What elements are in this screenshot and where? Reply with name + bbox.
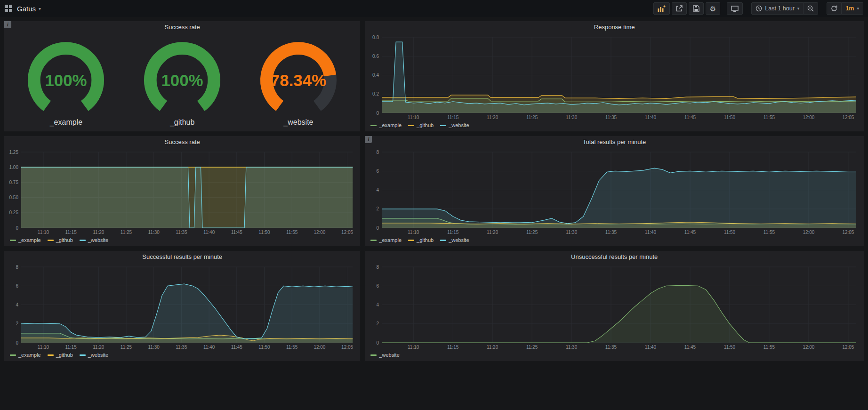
gauge-value: 100% [161,71,203,89]
gauge-label: _github [170,118,195,127]
legend-series-name: _website [379,352,399,358]
refresh-interval-button[interactable]: 1m ▾ [841,2,863,15]
time-range-button[interactable]: Last 1 hour ▾ [751,2,804,15]
svg-text:6: 6 [377,169,379,174]
legend-item-_website[interactable]: _website [440,122,469,128]
legend-color-swatch [10,354,16,356]
svg-text:6: 6 [377,283,379,289]
dashboard-grid-icon[interactable] [5,5,12,12]
add-panel-button[interactable] [653,2,670,15]
chart-area: 0246811:1011:1511:2011:2511:3011:3511:40… [4,263,360,351]
dashboard-settings-button[interactable]: ⚙ [706,2,720,15]
legend-item-_github[interactable]: _github [408,122,434,128]
chart-area: 0246811:1011:1511:2011:2511:3011:3511:40… [365,148,864,236]
chart-area: 00.20.40.60.811:1011:1511:2011:2511:3011… [365,33,864,121]
panel-title[interactable]: Unsuccessful results per minute [365,251,864,263]
navbar-left: Gatus ▾ [5,5,41,13]
legend-series-name: _example [379,122,402,128]
panel-title[interactable]: Success rate [4,21,360,33]
gauge-label: _website [283,118,313,127]
legend-item-_website[interactable]: _website [370,352,399,358]
svg-text:0.8: 0.8 [372,35,379,40]
panel-info-icon[interactable]: i [4,21,11,28]
chart-area: 00.250.500.751.001.2511:1011:1511:2011:2… [4,148,360,236]
svg-text:11:50: 11:50 [258,345,270,350]
time-range-label: Last 1 hour [765,5,795,12]
cycle-view-mode-button[interactable] [727,2,743,15]
svg-text:11:10: 11:10 [38,230,49,235]
unsuccessful-results-chart[interactable]: 0246811:1011:1511:2011:2511:3011:3511:40… [367,263,862,351]
svg-text:11:45: 11:45 [684,230,696,235]
svg-text:11:35: 11:35 [176,230,187,235]
save-dashboard-button[interactable] [689,2,704,15]
panel-info-icon[interactable]: i [365,136,372,143]
legend-item-_example[interactable]: _example [10,352,41,358]
svg-text:11:40: 11:40 [645,230,657,235]
svg-text:12:00: 12:00 [803,345,815,350]
svg-text:11:25: 11:25 [526,115,538,120]
navbar: Gatus ▾ ⚙ [0,0,868,17]
clock-icon [755,5,762,12]
svg-text:11:35: 11:35 [605,230,617,235]
svg-text:11:20: 11:20 [93,230,104,235]
legend-series-name: _github [417,122,434,128]
svg-text:2: 2 [377,206,379,211]
dashboard-grid: i Success rate 100%_example100%_github78… [0,17,868,365]
svg-text:0: 0 [16,340,18,346]
panel-response-time: Response time 00.20.40.60.811:1011:1511:… [364,21,864,132]
success-rate-chart[interactable]: 00.250.500.751.001.2511:1011:1511:2011:2… [6,148,358,236]
legend-series-name: _github [56,352,73,358]
legend-item-_github[interactable]: _github [48,352,73,358]
chart-legend: _website [365,351,864,361]
share-icon [676,5,683,12]
svg-text:12:05: 12:05 [843,230,854,235]
legend-item-_website[interactable]: _website [80,237,108,243]
svg-text:11:40: 11:40 [203,230,215,235]
response-time-chart[interactable]: 00.20.40.60.811:1011:1511:2011:2511:3011… [367,33,862,121]
legend-item-_website[interactable]: _website [80,352,108,358]
svg-text:11:30: 11:30 [566,115,578,120]
panel-total-results: i Total results per minute 0246811:1011:… [364,136,864,247]
share-dashboard-button[interactable] [672,2,687,15]
legend-color-swatch [48,240,54,241]
svg-text:11:25: 11:25 [526,230,538,235]
svg-text:11:20: 11:20 [487,345,498,350]
zoom-out-button[interactable] [803,2,818,15]
svg-text:11:20: 11:20 [487,230,498,235]
successful-results-chart[interactable]: 0246811:1011:1511:2011:2511:3011:3511:40… [6,263,358,351]
svg-text:11:25: 11:25 [121,230,132,235]
svg-text:12:05: 12:05 [341,345,353,350]
caret-down-icon: ▾ [857,6,859,11]
legend-item-_example[interactable]: _example [370,122,402,128]
svg-text:12:00: 12:00 [803,230,815,235]
settings-gear-icon: ⚙ [710,5,716,12]
panel-success-rate-gauges: i Success rate 100%_example100%_github78… [4,21,361,132]
dashboard-title-dropdown[interactable]: Gatus ▾ [17,5,41,13]
svg-text:2: 2 [16,321,18,326]
svg-text:11:15: 11:15 [65,230,77,235]
panel-title[interactable]: Response time [365,21,864,33]
svg-text:11:10: 11:10 [408,115,419,120]
panel-title[interactable]: Total results per minute [365,136,864,148]
panel-title[interactable]: Success rate [4,136,360,148]
gauge-arc: 78.34% [243,38,354,117]
svg-text:12:00: 12:00 [313,230,325,235]
total-results-chart[interactable]: 0246811:1011:1511:2011:2511:3011:3511:40… [367,148,862,236]
svg-text:12:00: 12:00 [803,115,815,120]
panel-title[interactable]: Successful results per minute [4,251,360,263]
legend-item-_github[interactable]: _github [408,237,434,243]
svg-text:11:40: 11:40 [645,115,657,120]
gauge-_github: 100%_github [127,38,238,126]
svg-text:0: 0 [377,225,379,231]
refresh-button[interactable] [827,2,842,15]
gauge-label: _example [50,118,82,127]
legend-item-_website[interactable]: _website [440,237,469,243]
legend-item-_github[interactable]: _github [48,237,73,243]
svg-text:11:55: 11:55 [286,230,298,235]
legend-item-_example[interactable]: _example [10,237,41,243]
legend-item-_example[interactable]: _example [370,237,402,243]
chart-legend: _example_github_website [365,236,864,246]
legend-series-name: _website [449,237,469,243]
svg-text:12:05: 12:05 [843,345,854,350]
legend-color-swatch [80,240,86,241]
